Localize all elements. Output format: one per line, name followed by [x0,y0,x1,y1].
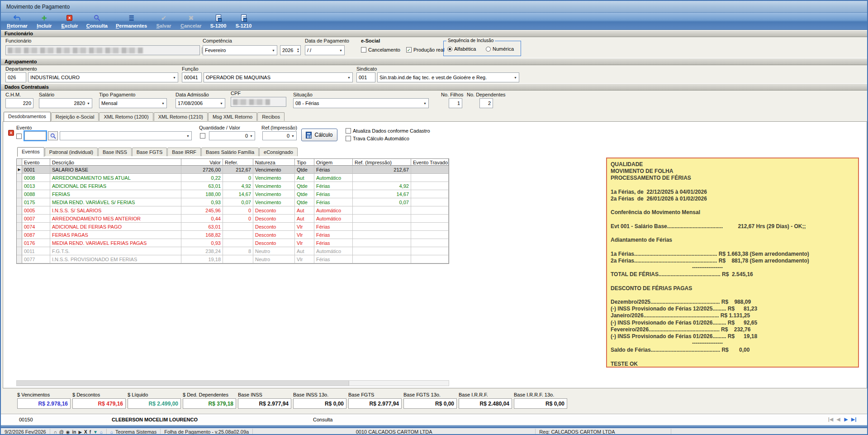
sindicato-select[interactable]: Sin.trab.ind.de fiaç tec. e vest.de Goio… [377,72,519,82]
facebook-icon[interactable]: f [90,430,91,435]
nav-prev-button[interactable]: ◀ [835,416,842,422]
calculo-button[interactable]: Cálculo [301,129,337,141]
funcao-code-field[interactable]: 00041 [182,72,202,82]
numerica-radio[interactable]: Numérica [486,46,514,52]
ref-impressao-select[interactable]: 0 [262,131,297,140]
situacao-select[interactable]: 08 - Férias [293,98,429,108]
table-row[interactable]: 0011F.G.T.S.238,248NeutroAutAutomático [17,247,449,255]
departamento-label: Departamento [5,66,37,72]
employee-name-field[interactable] [5,45,200,55]
sindicato-code-field[interactable]: 001 [356,72,375,82]
funcao-select[interactable]: OPERADOR DE MAQUINAS [204,72,353,82]
tab-recibos[interactable]: Recibos [257,112,285,121]
youtube-icon[interactable]: ▶ [78,430,82,435]
table-row[interactable]: 0176MEDIA REND. VARIAVEL FERIAS PAGAS0,9… [17,239,449,247]
table-row[interactable]: 0077I.N.S.S. PROVISIONADO EM FERIAS19,18… [17,255,449,263]
toolbar-excluir-button[interactable]: xExcluir [58,14,81,29]
table-row[interactable]: 0087FERIAS PAGAS168,82DescontoVlrFérias [17,231,449,239]
data-pagamento-picker[interactable]: / / [305,45,345,55]
cell-evento: 0074 [22,223,50,231]
producao-real-checkbox[interactable]: ✓ Produção real [406,47,445,53]
tab-rejei-o-e-social[interactable]: Rejeição e-Social [51,112,99,121]
column-header-marker [17,159,22,166]
subtab-econsignado[interactable]: eConsignado [259,148,298,156]
evento-code-input[interactable] [24,131,46,140]
table-row[interactable]: 0008ARREDONDAMENTO MES ATUAL0,220Vencime… [17,174,449,182]
x-social-icon[interactable]: X [84,430,87,435]
evento-checkbox[interactable] [16,134,22,139]
headset-icon[interactable]: ∩ [54,430,57,435]
spinner-arrows-icon[interactable]: ▲▼ [297,48,299,53]
departamento-code-field[interactable]: 026 [5,72,26,82]
filhos-label: No. Filhos [441,92,464,97]
subtab-base-irrf[interactable]: Base IRRF [167,148,201,156]
instagram-icon[interactable]: ◉ [66,430,70,435]
cell-tipo: Qtde [295,166,314,174]
section-header-funcionario: Funcionário [1,30,867,37]
table-row[interactable]: 0007ARREDONDAMENTO MES ANTERIOR0,440Desc… [17,215,449,223]
cell-origem: Férias [314,182,353,190]
evento-description-select[interactable] [60,131,192,140]
alfabetica-radio[interactable]: Alfabética [447,46,476,52]
horizontal-scrollbar[interactable] [16,380,449,386]
list-icon: ≣ [128,14,134,22]
cpf-field[interactable] [231,97,286,107]
tab-desdobramentos[interactable]: Desdobramentos [4,112,51,121]
chm-field[interactable]: 220 [5,98,33,108]
table-row[interactable]: 0013ADICIONAL DE FERIAS63,014,92Vencimen… [17,182,449,190]
tipo-pagamento-select[interactable]: Mensal [99,98,167,108]
nav-first-button[interactable]: |◀ [827,416,835,422]
toolbar-permanentes-button[interactable]: ≣Permanentes [113,14,150,29]
quantidade-checkbox[interactable] [200,133,205,139]
cell-descricao: ADICIONAL DE FERIAS PAGO [50,223,181,231]
cell-descricao: FERIAS PAGAS [50,231,181,239]
filhos-field[interactable]: 1 [449,98,462,108]
cancelamento-checkbox[interactable]: Cancelamento [361,47,400,53]
departamento-select[interactable]: INDUSTRIAL COURO [28,72,178,82]
table-row[interactable]: 0088FERIAS188,0014,67VencimentoQtdeFéria… [17,190,449,198]
quantidade-valor-select[interactable]: 0 [209,131,255,140]
subtab-base-fgts[interactable]: Base FGTS [132,148,167,156]
data-admissao-picker[interactable]: 17/08/2006 [175,98,225,108]
toolbar-s1200-button[interactable]: S-1200 [207,14,230,29]
subtab-patronal-individual-[interactable]: Patronal (individual) [45,148,98,156]
linkedin-icon[interactable]: in [72,430,76,435]
nav-next-button[interactable]: ▶ [842,416,850,422]
dependentes-field[interactable]: 2 [479,98,493,108]
toolbar-s1210-button[interactable]: S-1210 [232,14,256,29]
subtab-bases-sal-rio-fam-lia[interactable]: Bases Salário Família [201,148,259,156]
evento-search-button[interactable] [48,131,58,140]
brand-segment[interactable]: ⌂Teorema Sistemas [107,429,161,435]
cell-evento: 0008 [22,174,50,182]
subtab-base-inss[interactable]: Base INSS [98,148,132,156]
competencia-year-spinner[interactable]: 2026 ▲▼ [280,45,301,55]
toolbar-incluir-button[interactable]: +Incluir [33,14,56,29]
toolbar-retornar-button[interactable]: Retornar [4,14,31,29]
table-row[interactable]: ▶0001SALARIO BASE2726,00212,67Vencimento… [17,166,449,174]
main-toolbar: Retornar+IncluirxExcluirConsulta≣Permane… [1,13,867,30]
radio-selected-icon [447,47,452,52]
at-icon[interactable]: @ [59,430,64,435]
home-icon[interactable]: ⌂ [100,430,103,435]
tab-xml-retorno-1210-[interactable]: XML Retorno (1210) [154,112,208,121]
scrollbar-thumb[interactable] [17,381,349,386]
nav-last-button[interactable]: ▶| [850,416,858,422]
row-marker-icon: ▶ [17,166,22,174]
subtab-eventos[interactable]: Eventos [17,147,44,157]
trava-calculo-checkbox[interactable]: Trava Cálculo Automático [346,136,409,141]
remove-event-icon[interactable]: x [8,130,14,136]
salario-field[interactable]: 2820 [39,98,92,108]
toolbar-consulta-button[interactable]: Consulta [83,14,111,29]
cell-evento: 0087 [22,231,50,239]
map-pin-icon[interactable]: ▼ [93,430,98,435]
total-value-5: R$ 2.977,94 [238,398,291,409]
atualiza-dados-checkbox[interactable]: Atualiza Dados conforme Cadastro [346,128,430,134]
tab-xml-retorno-1200-[interactable]: XML Retorno (1200) [99,112,153,121]
cell-descricao: FERIAS [50,190,181,198]
table-row[interactable]: 0175MEDIA REND. VARIÁVEL S/ FERIAS0,930,… [17,198,449,206]
table-row[interactable]: 0074ADICIONAL DE FERIAS PAGO63,01Descont… [17,223,449,231]
tab-msg-xml-retorno[interactable]: Msg XML Retorno [208,112,257,121]
table-row[interactable]: 0005I.N.S.S. S/ SALARIOS245,960DescontoA… [17,206,449,215]
competencia-month-select[interactable]: Fevereiro [203,45,277,55]
cell-natureza: Vencimento [253,190,295,198]
